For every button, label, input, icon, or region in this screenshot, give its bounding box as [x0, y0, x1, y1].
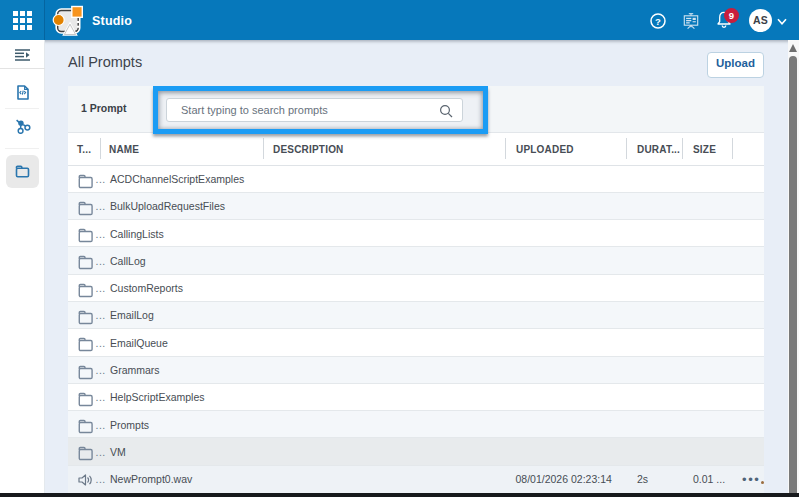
- svg-text:?: ?: [655, 16, 661, 27]
